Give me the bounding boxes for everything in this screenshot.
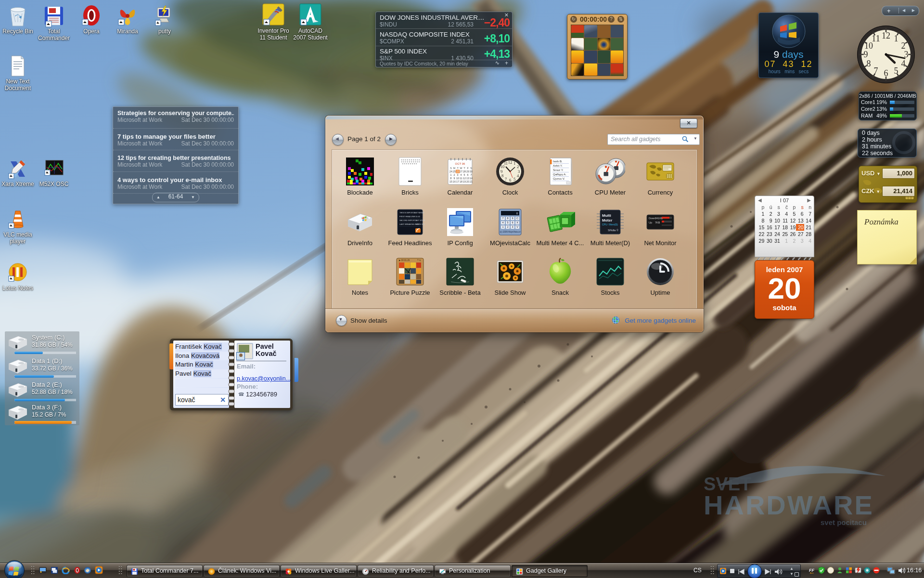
svg-text:M: M: [453, 167, 455, 170]
svg-text:7: 7: [471, 173, 472, 176]
svg-text:Smuz Y.: Smuz Y.: [553, 169, 564, 171]
svg-text:21: 21: [470, 180, 473, 183]
svg-text:13: 13: [466, 177, 469, 180]
svg-text:Cjvzvo V.: Cjvzvo V.: [553, 177, 565, 180]
svg-text:19: 19: [463, 180, 466, 183]
svg-text:5: 5: [513, 177, 515, 182]
svg-text:9: 9: [500, 169, 502, 174]
svg-text:THIS IS IMPORTANT NEWS TODAY: THIS IS IMPORTANT NEWS TODAY: [399, 211, 425, 214]
svg-text:18: 18: [460, 180, 462, 183]
svg-text:10:45: 10:45: [415, 215, 421, 218]
svg-text:HARDWARE: HARDWARE: [704, 490, 874, 520]
svg-text:9: 9: [512, 217, 513, 220]
svg-text:8: 8: [507, 217, 508, 220]
svg-text:24: 24: [449, 170, 452, 173]
svg-text:Multi: Multi: [602, 213, 611, 218]
svg-text:11: 11: [504, 161, 508, 166]
svg-text:? ⇅: ? ⇅: [417, 259, 421, 262]
svg-text:9: 9: [864, 50, 868, 59]
svg-text:12: 12: [508, 160, 513, 165]
svg-text:11: 11: [872, 34, 880, 43]
svg-text:Up: Up: [649, 221, 652, 224]
svg-text:7: 7: [505, 177, 507, 182]
svg-text:7: 7: [502, 217, 503, 220]
svg-text:V: V: [516, 225, 518, 228]
svg-text:5: 5: [464, 173, 465, 176]
svg-text:6: 6: [509, 178, 511, 183]
svg-text:6: 6: [884, 68, 888, 78]
svg-text:X: X: [516, 221, 518, 224]
svg-text:C: C: [516, 217, 518, 220]
svg-text:28: 28: [463, 170, 466, 173]
svg-text:Down: Down: [649, 217, 655, 220]
svg-text:8: 8: [501, 173, 503, 178]
svg-text:15: 15: [449, 180, 452, 183]
svg-text:Iwzb B.: Iwzb B.: [553, 160, 563, 163]
svg-text:25: 25: [456, 170, 459, 173]
svg-text:Meter: Meter: [602, 218, 612, 223]
svg-text:SECOND IMPORTANT STORY: SECOND IMPORTANT STORY: [399, 219, 425, 222]
svg-text:Azbit Y.: Azbit Y.: [553, 164, 563, 167]
svg-text:OCT 06: OCT 06: [455, 162, 466, 165]
svg-text:2: 2: [901, 41, 906, 51]
svg-text:8: 8: [867, 59, 871, 68]
svg-text:5: 5: [507, 221, 508, 224]
svg-text:7KB: 7KB: [655, 221, 660, 224]
svg-text:1: 1: [513, 161, 515, 166]
svg-text:2: 2: [517, 164, 519, 169]
svg-text:12: 12: [882, 31, 890, 40]
svg-text:16: 16: [453, 180, 456, 183]
svg-text:S: S: [450, 167, 452, 170]
svg-text:SFkilla ©: SFkilla ©: [608, 229, 618, 232]
svg-text:30: 30: [470, 170, 473, 173]
svg-text:5: 5: [894, 66, 898, 76]
svg-text:Qaffqpy A.: Qaffqpy A.: [553, 173, 566, 176]
svg-text:Avin: Avin: [810, 572, 814, 574]
svg-text:F: F: [467, 167, 468, 170]
svg-text:CPU / Mem(D): CPU / Mem(D): [602, 223, 618, 226]
svg-text:7: 7: [874, 66, 878, 76]
svg-text:25: 25: [453, 170, 456, 173]
svg-text:2: 2: [454, 173, 455, 176]
svg-text:4: 4: [901, 59, 906, 68]
svg-text:9: 9: [454, 177, 455, 180]
svg-text:S: S: [470, 167, 472, 170]
svg-text:1: 1: [450, 173, 452, 176]
svg-text:3: 3: [512, 225, 513, 228]
svg-text:W: W: [460, 167, 462, 170]
svg-text:14: 14: [470, 177, 473, 180]
svg-text:FIRST HEADLINE: FIRST HEADLINE: [399, 215, 415, 218]
svg-text:svet pocitacu: svet pocitacu: [821, 518, 867, 526]
svg-text:1: 1: [894, 34, 898, 43]
svg-text:LAST BREAKING NEWS STORY: LAST BREAKING NEWS STORY: [399, 223, 425, 225]
svg-text:▶ 00:01:26: ▶ 00:01:26: [399, 259, 410, 262]
svg-text:10: 10: [456, 177, 459, 180]
svg-text:6: 6: [512, 221, 513, 224]
svg-text:17: 17: [456, 180, 459, 183]
svg-text:6: 6: [467, 173, 469, 176]
svg-text:29: 29: [466, 170, 469, 173]
svg-text:2: 2: [507, 225, 508, 228]
svg-text:3: 3: [457, 173, 459, 176]
svg-text:8: 8: [450, 177, 452, 180]
svg-text:27: 27: [460, 170, 462, 173]
svg-text:4: 4: [461, 173, 462, 176]
svg-text:20: 20: [466, 180, 469, 183]
svg-text:11: 11: [460, 177, 462, 180]
svg-text:12: 12: [463, 177, 466, 180]
svg-text:9:12: 9:12: [415, 223, 420, 225]
svg-text:1: 1: [502, 225, 503, 228]
svg-text:4: 4: [502, 221, 503, 224]
svg-text:(c) 2006 MojeVista.cz: (c) 2006 MojeVista.cz: [500, 231, 521, 233]
